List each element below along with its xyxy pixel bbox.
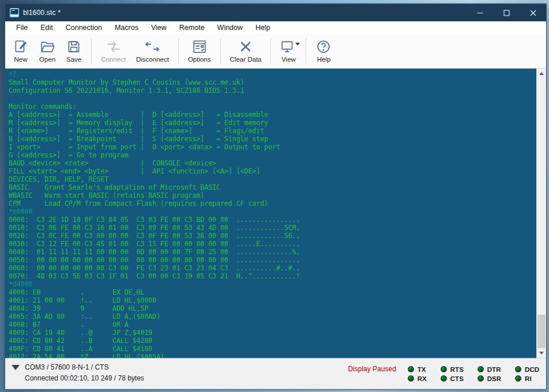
menu-item-edit[interactable]: Edit [34, 22, 59, 33]
toolbar-separator [220, 38, 221, 64]
toolbar-button-view[interactable]: View [275, 35, 302, 67]
led-label: DCD [525, 366, 539, 373]
menu-item-remote[interactable]: Remote [173, 22, 211, 33]
terminal-output-line: CPM Load CP/M from Compact Flash (requir… [9, 199, 536, 208]
statusbar-expand-arrow-icon[interactable] [12, 365, 20, 370]
terminal-output-line: 400F: CD 80 41 ..A CALL $4180 [9, 345, 536, 353]
connection-status: Connected 00:02:10, 10 249 / 78 bytes [25, 373, 144, 384]
toolbar: NewOpenSaveConnectDisconnectOptionsClear… [5, 34, 546, 69]
window-title: bl1600.stc * [23, 9, 61, 17]
menu-item-macros[interactable]: Macros [108, 22, 145, 33]
led-rx-icon [408, 375, 414, 382]
toolbar-button-label: Help [317, 56, 331, 63]
led-indicator-dsr: DSR [477, 375, 501, 382]
close-button[interactable] [520, 4, 546, 21]
led-label: DSR [487, 375, 501, 382]
open-folder-icon [40, 39, 55, 54]
led-label: CTS [450, 375, 464, 382]
terminal-output-line: 4008: B7 . OR A [9, 321, 536, 329]
terminal-output-line: WBASIC Warm start BASIC (retains BASIC p… [9, 191, 536, 199]
menu-item-help[interactable]: Help [249, 22, 277, 33]
terminal-output-line: B [<address>] = Breakpoint | S [<address… [9, 135, 536, 143]
toolbar-button-disconnect[interactable]: Disconnect [131, 35, 174, 67]
statusbar: COM3 / 57600 8-N-1 / CTS Connected 00:02… [5, 358, 546, 389]
menu-item-file[interactable]: File [10, 22, 34, 33]
toolbar-button-label: New [14, 56, 27, 63]
terminal-output-line: 0010: C3 06 FE 00 C3 16 01 00 C3 09 FE 0… [9, 224, 536, 232]
terminal-output-line [9, 95, 536, 103]
toolbar-separator [306, 38, 306, 64]
led-indicator-cts: CTS [441, 375, 464, 382]
disconnect-icon [145, 39, 160, 54]
vertical-scrollbar[interactable] [536, 69, 546, 358]
scrollbar-up-arrow-icon[interactable] [537, 69, 546, 78]
connect-icon [106, 39, 121, 54]
led-indicator-rx: RX [408, 375, 427, 382]
toolbar-button-label: Open [39, 56, 55, 63]
toolbar-button-label: Save [66, 56, 81, 63]
terminal-output-line: 0030: C3 12 FE 00 C3 45 01 00 C3 15 FE 0… [9, 240, 536, 248]
toolbar-button-new[interactable]: New [7, 35, 34, 67]
toolbar-separator [270, 38, 271, 64]
led-indicators: TXRTSDTRDCDRXCTSDSRRI [408, 366, 539, 382]
menu-item-window[interactable]: Window [211, 22, 249, 33]
terminal-output-line: G [<address>] = Go to program [9, 151, 536, 159]
toolbar-button-clear-data[interactable]: Clear Data [225, 35, 267, 67]
new-document-icon [13, 39, 28, 54]
scrollbar-thumb[interactable] [537, 315, 546, 348]
toolbar-button-label: Clear Data [230, 56, 262, 63]
terminal-output-line: Small Computer Monitor by Stephen C Cous… [9, 78, 536, 86]
toolbar-button-save[interactable]: Save [61, 35, 87, 67]
terminal-output-line: Monitor commands: [9, 103, 536, 111]
toolbar-button-help[interactable]: Help [310, 35, 337, 67]
toolbar-button-label: Options [188, 56, 211, 63]
terminal-output-line: Configuration S6 20221016, Monitor 1.3.1… [9, 86, 536, 95]
led-label: TX [418, 366, 426, 373]
scrollbar-down-arrow-icon[interactable] [537, 348, 546, 358]
menu-item-connection[interactable]: Connection [59, 22, 108, 33]
terminal-output-line: 4004: 39 9 ADD HL,SP [9, 304, 536, 312]
app-icon [10, 8, 19, 17]
terminal-output-line: 4001: 21 00 00 !.. LD HL,$0000 [9, 296, 536, 304]
toolbar-button-options[interactable]: Options [183, 35, 216, 67]
led-indicator-tx: TX [408, 366, 427, 373]
terminal-output-line: 0020: C3 0C FE 00 C3 00 00 00 C3 0F FE 0… [9, 232, 536, 240]
terminal-output-line: 0040: 01 11 11 11 11 00 00 00 0D 00 00 0… [9, 248, 536, 256]
terminal-output-line: 4009: CA 19 40 ..@ JP Z,$4019 [9, 329, 536, 337]
terminal-command-line: *d4000 [9, 280, 536, 288]
terminal-command-line: *? [9, 70, 536, 78]
terminal-output-area[interactable]: *?Small Computer Monitor by Stephen C Co… [5, 69, 536, 358]
toolbar-button-label: View [281, 56, 296, 63]
led-indicator-ri: RI [515, 375, 539, 382]
terminal-output-line: 4000: EB . EX DE,HL [9, 288, 536, 296]
titlebar[interactable]: bl1600.stc * [5, 4, 546, 21]
terminal-output-line: FILL <start> <end> <byte> | API <functio… [9, 167, 536, 175]
statusbar-right: Display Paused TXRTSDTRDCDRXCTSDSRRI [348, 359, 539, 389]
toolbar-button-label: Disconnect [136, 56, 169, 63]
maximize-button[interactable] [493, 4, 520, 21]
terminal-output-line: 0070: 48 03 C3 5E 03 C3 1F 01 C3 00 00 C… [9, 272, 536, 280]
menu-item-view[interactable]: View [145, 22, 173, 33]
toolbar-button-connect[interactable]: Connect [96, 35, 131, 67]
terminal-output-line: DEVICES, DIR, HELP, RESET [9, 175, 536, 183]
terminal-output-line: M [<address>] = Memory display | E [<add… [9, 119, 536, 127]
terminal-container: *?Small Computer Monitor by Stephen C Co… [5, 69, 546, 358]
led-label: RI [525, 375, 532, 382]
terminal-output-line: 4012: 2A 5A 80 *Z. LD HL,($805A) [9, 353, 536, 358]
menubar: FileEditConnectionMacrosViewRemoteWindow… [5, 21, 546, 34]
view-icon [281, 39, 296, 54]
led-dtr-icon [477, 366, 484, 372]
led-label: RX [418, 375, 427, 382]
minimize-button[interactable] [467, 4, 493, 21]
dropdown-arrow-icon[interactable] [295, 43, 300, 46]
terminal-output-line: 0000: C3 2E 1D 18 0F C3 84 05 C3 03 FE 0… [9, 216, 536, 224]
options-icon [192, 39, 207, 54]
led-indicator-rts: RTS [441, 366, 464, 373]
led-tx-icon [408, 366, 414, 372]
terminal-command-line: *m0000 [9, 208, 536, 216]
toolbar-button-open[interactable]: Open [34, 35, 61, 67]
save-icon [66, 39, 81, 54]
led-ri-icon [515, 375, 521, 382]
led-indicator-dcd: DCD [515, 366, 539, 373]
toolbar-separator [91, 38, 92, 64]
